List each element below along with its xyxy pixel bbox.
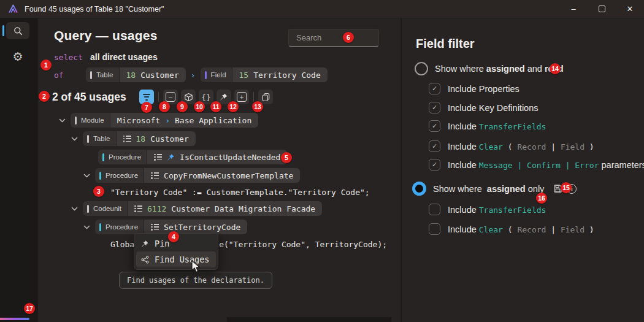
- annotation-badge: 8: [159, 101, 170, 112]
- package-icon: [184, 93, 193, 102]
- module-kind-bar: [75, 117, 77, 125]
- subject-field-chip[interactable]: Field 15Territory Code: [201, 67, 328, 82]
- table-kind-bar: [90, 71, 92, 79]
- annotation-badge: 5: [281, 152, 292, 163]
- annotation-badge: 14: [550, 63, 561, 74]
- annotation-badge: 13: [252, 101, 263, 112]
- chip-separator: ›: [191, 71, 196, 80]
- checkbox-unchecked-icon[interactable]: [429, 223, 440, 235]
- select-keyword: select: [54, 53, 83, 62]
- checkbox-icon[interactable]: ✓: [429, 159, 440, 171]
- app-logo-icon: [8, 4, 18, 13]
- filter-icon: [143, 94, 150, 101]
- code-line-left: Globa: [110, 240, 134, 249]
- symbol-list-icon: [151, 224, 159, 231]
- window-title: Found 45 usages of Table 18 "Customer": [25, 5, 164, 13]
- active-tab-indicator: [2, 25, 4, 36]
- search-icon: [13, 26, 23, 36]
- close-button[interactable]: ✕: [616, 0, 644, 18]
- checkbox-icon[interactable]: ✓: [429, 140, 440, 152]
- minimize-button[interactable]: –: [559, 0, 588, 18]
- annotation-badge: 9: [177, 101, 188, 112]
- search-input[interactable]: [288, 29, 379, 47]
- app-window: Found 45 usages of Table 18 "Customer" –…: [0, 0, 644, 322]
- chevron-down-icon[interactable]: [59, 118, 66, 123]
- checkbox-icon[interactable]: ✓: [429, 120, 440, 132]
- panel-divider: [401, 18, 402, 322]
- table-kind-bar: [87, 135, 89, 143]
- procedure-kind-bar: [99, 172, 101, 180]
- radio-option-assigned-only[interactable]: Show where assigned only i: [412, 182, 577, 196]
- annotation-badge: 3: [93, 186, 104, 197]
- chevron-down-icon[interactable]: [71, 207, 78, 211]
- symbol-list-icon: [123, 136, 131, 142]
- chevron-down-icon[interactable]: [83, 174, 90, 178]
- tree-row-codeunit[interactable]: Codeunit 6112Customer Data Migration Fac…: [71, 201, 322, 217]
- annotation-badge: 10: [194, 101, 205, 112]
- maximize-button[interactable]: [588, 0, 616, 18]
- of-keyword: of: [54, 71, 64, 80]
- symbol-list-icon: [134, 205, 142, 212]
- radio-selected-icon[interactable]: [412, 182, 426, 196]
- checkbox-include-transferfields-2[interactable]: Include TransferFields: [429, 204, 546, 215]
- radio-option-assigned-and-read[interactable]: Show where assigned and read: [415, 62, 564, 75]
- tree-row-table[interactable]: Table 18Customer: [71, 131, 196, 147]
- bottom-strip: [227, 317, 391, 322]
- tree-row-module[interactable]: Module Microsoft›Base Application: [59, 112, 258, 128]
- annotation-badge: 15: [561, 182, 572, 193]
- sidebar-settings-button[interactable]: ⚙: [0, 48, 36, 65]
- select-value[interactable]: all direct usages: [90, 52, 158, 62]
- subject-table-chip[interactable]: Table 18Customer: [86, 67, 186, 82]
- sidebar-search-button[interactable]: [6, 22, 29, 39]
- code-line: "Territory Code" := CustomerTemplate."Te…: [110, 188, 370, 197]
- tree-row-code-1[interactable]: "Territory Code" := CustomerTemplate."Te…: [110, 184, 370, 200]
- annotation-badge: 2: [39, 91, 50, 102]
- sidebar: ⚙: [0, 18, 38, 322]
- pinned-icon: [167, 153, 175, 161]
- checkbox-include-transferfields[interactable]: ✓ Include TransferFields: [429, 120, 546, 132]
- results-count: 2 of 45 usages: [52, 91, 126, 104]
- annotation-badge: 17: [24, 303, 35, 314]
- toolbar-separator: [253, 92, 254, 102]
- checkbox-include-clear[interactable]: ✓ Include Clear ( Record | Field ): [429, 140, 594, 152]
- tree-row-procedure-2[interactable]: Procedure CopyFromNewCustomerTemplate: [83, 167, 300, 183]
- pin-icon: [141, 240, 149, 248]
- gear-icon: ⚙: [12, 50, 23, 64]
- symbol-list-icon: [151, 172, 159, 179]
- mouse-cursor: [191, 260, 201, 276]
- checkbox-icon[interactable]: ✓: [429, 102, 440, 113]
- tree-row-procedure-1[interactable]: Procedure IsContactUpdateNeeded: [98, 149, 287, 165]
- progress-bar: [0, 318, 29, 320]
- checkbox-include-clear-2[interactable]: Include Clear ( Record | Field ): [429, 223, 594, 235]
- collapse-all-icon: –: [166, 92, 175, 102]
- chevron-down-icon[interactable]: [83, 225, 90, 229]
- checkbox-include-message-confirm-error[interactable]: ✓ Include Message | Confirm | Error para…: [429, 159, 644, 171]
- procedure-kind-bar: [102, 153, 104, 161]
- annotation-badge: 4: [168, 231, 179, 242]
- checkbox-icon[interactable]: ✓: [429, 83, 440, 94]
- pin-icon: [220, 93, 228, 101]
- field-kind-bar: [205, 71, 207, 79]
- titlebar: Found 45 usages of Table 18 "Customer" –…: [0, 0, 644, 18]
- checkbox-unchecked-icon[interactable]: [429, 204, 440, 215]
- filter-panel-title: Field filter: [416, 37, 475, 51]
- copy-icon: [261, 93, 270, 102]
- checkbox-include-key-definitions[interactable]: ✓ Include Key Definitions: [429, 102, 539, 113]
- annotation-badge: 11: [210, 101, 221, 112]
- page-title: Query — usages: [54, 28, 158, 43]
- annotation-badge: 6: [343, 32, 354, 43]
- codeunit-kind-bar: [87, 205, 89, 213]
- checkbox-include-properties[interactable]: ✓ Include Properties: [429, 83, 519, 94]
- symbol-list-icon: [154, 154, 162, 161]
- expand-all-icon: +: [237, 92, 247, 102]
- code-line-right: e("Territory Code", TerritoryCode);: [219, 240, 387, 249]
- menu-item-find-usages[interactable]: Find Usages: [136, 251, 216, 267]
- annotation-badge: 12: [228, 101, 239, 112]
- minimize-icon: –: [571, 4, 575, 13]
- maximize-icon: [599, 6, 605, 12]
- procedure-kind-bar: [99, 223, 101, 231]
- radio-icon[interactable]: [415, 62, 428, 75]
- share-icon: [141, 256, 149, 264]
- annotation-badge: 7: [141, 102, 152, 113]
- chevron-down-icon[interactable]: [71, 137, 78, 141]
